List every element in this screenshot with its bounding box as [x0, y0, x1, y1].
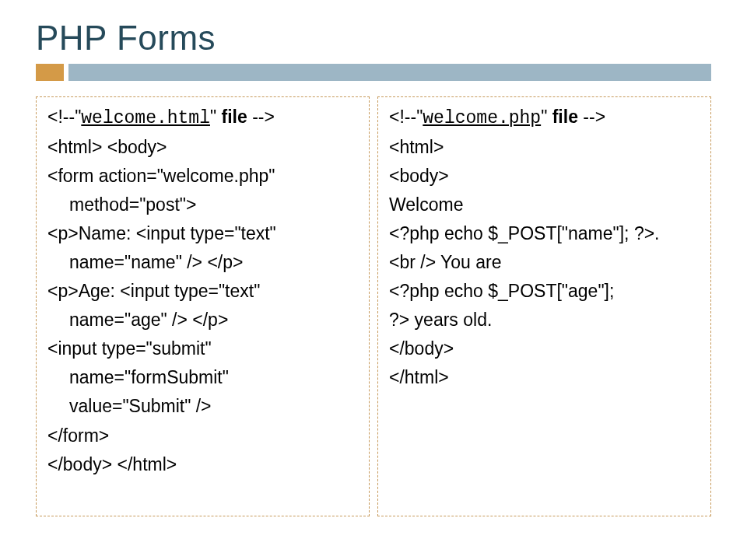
comment-open: <!--": [389, 107, 423, 127]
comment-bold: file: [552, 107, 584, 127]
comment-file: welcome.php: [423, 108, 541, 128]
left-line-submit-b-text: name="formSubmit": [47, 366, 358, 390]
comment-file: welcome.html: [81, 108, 210, 128]
left-line-submit-c: value="Submit" />: [47, 394, 358, 418]
left-code: <!--"welcome.html" file --> <html> <body…: [47, 105, 358, 477]
left-panel: <!--"welcome.html" file --> <html> <body…: [36, 96, 370, 516]
comment-bold: file: [222, 107, 253, 127]
slide: PHP Forms <!--"welcome.html" file --> <h…: [0, 0, 747, 560]
comment-mid: ": [210, 107, 222, 127]
left-line-age-b: name="age" /> </p>: [47, 308, 358, 332]
left-line-form-open-a: <form action="welcome.php": [47, 164, 358, 188]
right-line-post-name: <?php echo $_POST["name"]; ?>.: [389, 222, 700, 246]
right-panel: <!--"welcome.php" file --> <html> <body>…: [377, 96, 711, 516]
left-line-form-open-b-text: method="post">: [47, 193, 358, 217]
right-line-br-youare: <br /> You are: [389, 250, 700, 275]
left-line-form-open-b: method="post">: [47, 193, 358, 217]
left-line-bodyhtml-close: </body> </html>: [47, 453, 358, 477]
rule-accent-chip: [36, 64, 64, 81]
left-comment: <!--"welcome.html" file -->: [47, 105, 358, 131]
left-line-submit-c-text: value="Submit" />: [47, 394, 358, 418]
code-panels: <!--"welcome.html" file --> <html> <body…: [36, 96, 711, 516]
right-line-html-close: </html>: [389, 366, 700, 390]
right-code: <!--"welcome.php" file --> <html> <body>…: [389, 105, 700, 390]
right-line-post-age-b: ?> years old.: [389, 308, 700, 332]
comment-mid: ": [541, 107, 552, 127]
left-line-age-b-text: name="age" /> </p>: [47, 308, 358, 332]
page-title: PHP Forms: [36, 19, 711, 58]
left-line-name-a: <p>Name: <input type="text": [47, 222, 358, 246]
left-line-submit-a: <input type="submit": [47, 337, 358, 361]
left-line-htmlbody: <html> <body>: [47, 135, 358, 159]
title-rule: [36, 64, 711, 82]
left-line-age-a: <p>Age: <input type="text": [47, 279, 358, 303]
rule-bar: [68, 64, 711, 81]
comment-close: -->: [583, 107, 605, 127]
right-comment: <!--"welcome.php" file -->: [389, 105, 700, 131]
right-line-html: <html>: [389, 135, 700, 159]
right-line-body: <body>: [389, 164, 700, 188]
left-line-form-close: </form>: [47, 424, 358, 448]
left-line-name-b-text: name="name" /> </p>: [47, 250, 358, 275]
right-line-body-close: </body>: [389, 337, 700, 361]
right-line-welcome: Welcome: [389, 193, 700, 217]
comment-close: -->: [252, 107, 275, 127]
right-line-post-age-a: <?php echo $_POST["age"];: [389, 279, 700, 303]
left-line-name-b: name="name" /> </p>: [47, 250, 358, 275]
comment-open: <!--": [47, 107, 81, 127]
left-line-submit-b: name="formSubmit": [47, 366, 358, 390]
